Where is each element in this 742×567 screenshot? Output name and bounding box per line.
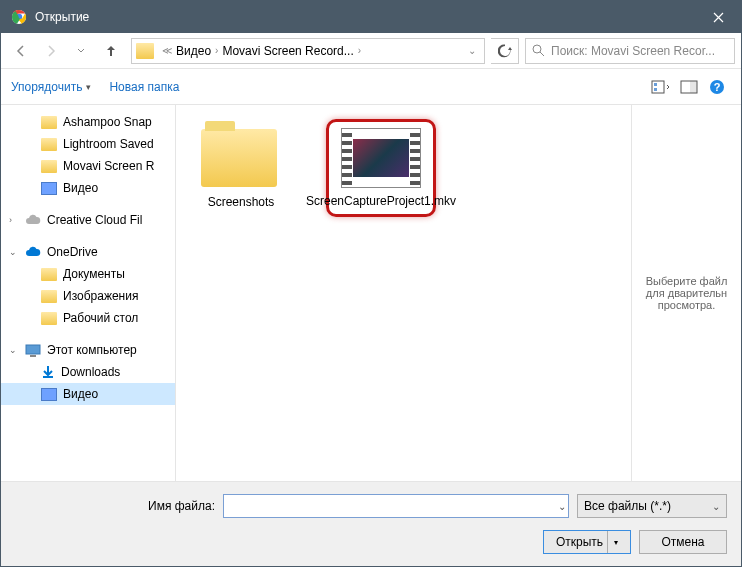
tree-item-this-pc[interactable]: ⌄Этот компьютер [1,339,175,361]
forward-button[interactable] [37,37,65,65]
folder-item[interactable]: Screenshots [186,119,296,209]
view-options-button[interactable] [647,75,675,99]
file-list[interactable]: Screenshots ScreenCaptureProject1.mkv [176,105,631,481]
open-button[interactable]: Открыть ▾ [543,530,631,554]
refresh-button[interactable] [491,38,519,64]
folder-icon [41,160,57,173]
chevron-down-icon: ⌄ [712,501,720,512]
folder-icon [41,312,57,325]
tree-item-downloads[interactable]: Downloads [1,361,175,383]
video-thumbnail [341,128,421,188]
folder-icon [41,268,57,281]
up-button[interactable] [97,37,125,65]
file-label: Screenshots [208,195,275,209]
collapse-icon[interactable]: ⌄ [9,247,19,257]
cancel-button[interactable]: Отмена [639,530,727,554]
chevron-down-icon: ▾ [86,82,91,92]
dialog-body: Ashampoo Snap Lightroom Saved Movavi Scr… [1,105,741,481]
tree-item-onedrive[interactable]: ⌄OneDrive [1,241,175,263]
tree-item[interactable]: Lightroom Saved [1,133,175,155]
folder-icon [41,116,57,129]
folder-icon [41,138,57,151]
tree-item-creative-cloud[interactable]: ›Creative Cloud Fil [1,209,175,231]
search-icon [532,44,545,57]
organize-menu[interactable]: Упорядочить ▾ [11,80,91,94]
open-dropdown-icon[interactable]: ▾ [607,531,618,553]
address-bar: ≪ Видео › Movavi Screen Record... › ⌄ По… [1,33,741,69]
chevron-icon: ≪ [162,45,172,56]
download-icon [41,365,55,379]
toolbar: Упорядочить ▾ Новая папка ? [1,69,741,105]
breadcrumb-part[interactable]: Видео [176,44,211,58]
bottom-panel: Имя файла: ⌄ Все файлы (*.*) ⌄ Открыть ▾… [1,481,741,566]
file-label: ScreenCaptureProject1.mkv [306,194,456,208]
file-type-filter[interactable]: Все файлы (*.*) ⌄ [577,494,727,518]
onedrive-icon [25,246,41,258]
new-folder-button[interactable]: Новая папка [109,80,179,94]
filename-label: Имя файла: [15,499,215,513]
breadcrumb-dropdown-icon[interactable]: ⌄ [468,45,476,56]
expand-icon[interactable]: › [9,215,19,225]
svg-rect-4 [654,83,657,86]
folder-icon [136,43,154,59]
tree-item[interactable]: Видео [1,177,175,199]
chevron-right-icon: › [358,45,361,56]
titlebar: Открытие [1,1,741,33]
svg-point-2 [533,45,541,53]
collapse-icon[interactable]: ⌄ [9,345,19,355]
tree-item[interactable]: Ashampoo Snap [1,111,175,133]
filename-input[interactable]: ⌄ [223,494,569,518]
recent-dropdown[interactable] [67,37,95,65]
breadcrumb[interactable]: ≪ Видео › Movavi Screen Record... › ⌄ [131,38,485,64]
navigation-tree: Ashampoo Snap Lightroom Saved Movavi Scr… [1,105,176,481]
svg-rect-5 [654,88,657,91]
folder-icon [201,129,277,187]
tree-item[interactable]: Рабочий стол [1,307,175,329]
preview-pane: Выберите файл для дварительн просмотра. [631,105,741,481]
video-folder-icon [41,388,57,401]
search-input[interactable]: Поиск: Movavi Screen Recor... [525,38,735,64]
svg-rect-10 [26,345,40,354]
search-placeholder: Поиск: Movavi Screen Recor... [551,44,715,58]
svg-rect-3 [652,81,664,93]
tree-item-videos[interactable]: Видео [1,383,175,405]
chrome-icon [11,9,27,25]
file-open-dialog: Открытие ≪ Видео › Movavi Screen Record.… [0,0,742,567]
help-button[interactable]: ? [703,75,731,99]
svg-text:?: ? [714,81,721,93]
video-file-item[interactable]: ScreenCaptureProject1.mkv [326,119,436,217]
back-button[interactable] [7,37,35,65]
tree-item[interactable]: Movavi Screen R [1,155,175,177]
video-folder-icon [41,182,57,195]
svg-rect-7 [690,81,697,93]
pc-icon [25,344,41,357]
folder-icon [41,290,57,303]
window-title: Открытие [35,10,695,24]
cloud-icon [25,214,41,226]
preview-placeholder: Выберите файл для дварительн просмотра. [640,275,733,311]
chevron-right-icon: › [215,45,218,56]
tree-item[interactable]: Изображения [1,285,175,307]
preview-pane-button[interactable] [675,75,703,99]
svg-rect-11 [30,355,36,357]
main-area: Screenshots ScreenCaptureProject1.mkv Вы… [176,105,741,481]
close-button[interactable] [695,1,741,33]
breadcrumb-part[interactable]: Movavi Screen Record... [222,44,353,58]
tree-item[interactable]: Документы [1,263,175,285]
chevron-down-icon[interactable]: ⌄ [558,501,566,512]
